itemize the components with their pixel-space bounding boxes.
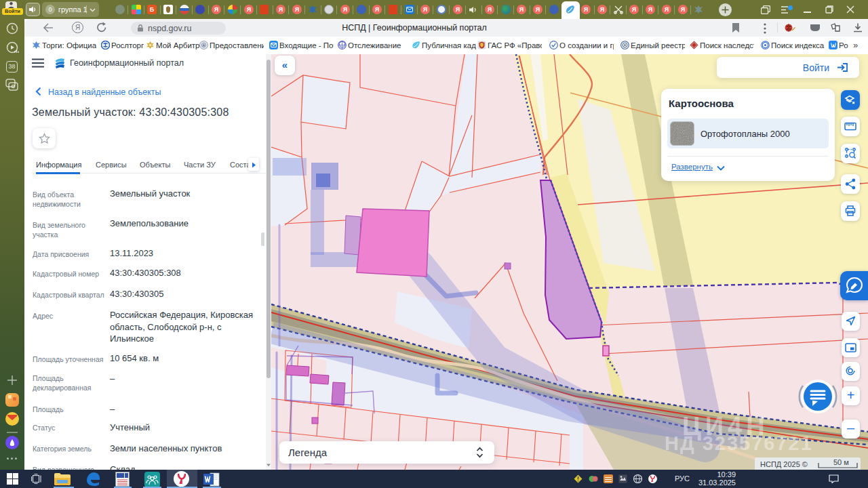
svg-text:50 м: 50 м	[833, 458, 849, 466]
svg-text:НД 323576721: НД 323576721	[665, 432, 813, 454]
